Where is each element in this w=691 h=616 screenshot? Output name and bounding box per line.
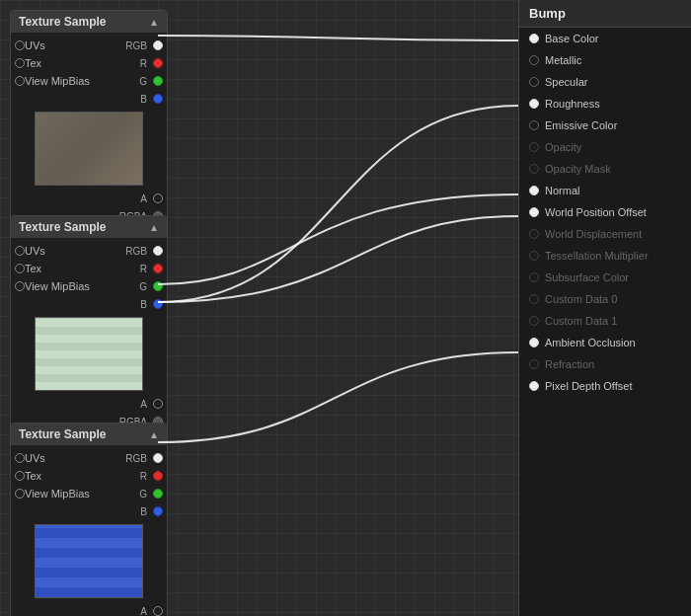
node-2-g-label: G [139,281,147,292]
texture-sample-node-2[interactable]: Texture Sample ▲ UVs RGB Tex R View MipB… [10,215,168,435]
tessellation-label: Tessellation Multiplier [545,250,649,262]
node-2-row-mipbias: View MipBias G [11,277,167,295]
panel-item-custom-data-1[interactable]: Custom Data 1 [519,310,691,332]
node-3-uvs-pin-in[interactable] [15,453,25,463]
node-3-a-pin-out[interactable] [153,606,163,616]
node-2-preview [35,317,143,391]
node-2-header: Texture Sample ▲ [11,216,167,238]
node-3-rgb-pin-out[interactable] [153,453,163,463]
node-2-a-label: A [140,399,147,410]
node-2-row-b: B [11,295,167,313]
node-2-rgb-pin-out[interactable] [153,246,163,256]
texture-sample-node-3[interactable]: Texture Sample ▲ UVs RGB Tex R View MipB… [10,423,168,616]
panel-item-refraction[interactable]: Refraction [519,353,691,375]
node-3-row-mipbias: View MipBias G [11,485,167,502]
panel-item-opacity-mask[interactable]: Opacity Mask [519,158,691,180]
node-2-arrow: ▲ [149,222,159,233]
node-1-mip-label: View MipBias [25,75,139,87]
texture-sample-node-1[interactable]: Texture Sample ▲ UVs RGB Tex R View MipB… [10,10,168,230]
panel-item-base-color[interactable]: Base Color [519,28,691,49]
node-3-header: Texture Sample ▲ [11,424,167,445]
subsurface-pin [529,272,539,282]
emissive-label: Emissive Color [545,119,617,131]
node-2-uvs-pin-in[interactable] [15,246,25,256]
node-3-preview [35,524,143,598]
node-2-r-pin-out[interactable] [153,264,163,273]
panel-item-opacity[interactable]: Opacity [519,136,691,158]
node-3-row-a: A [11,602,167,616]
node-3-r-pin-out[interactable] [153,471,163,481]
metallic-pin [529,55,539,65]
panel-item-tessellation[interactable]: Tessellation Multiplier [519,245,691,267]
panel-item-normal[interactable]: Normal [519,180,691,201]
node-2-mip-label: View MipBias [25,280,139,292]
node-3-g-pin-out[interactable] [153,489,163,499]
node-1-header: Texture Sample ▲ [11,11,167,33]
node-1-g-pin-out[interactable] [153,76,163,86]
node-1-mip-pin-in[interactable] [15,76,25,86]
node-1-uvs-pin-in[interactable] [15,40,25,50]
world-displacement-label: World Displacement [545,228,642,240]
right-panel: Bump Base Color Metallic Specular Roughn… [518,0,691,616]
node-3-a-label: A [140,606,147,617]
node-2-g-pin-out[interactable] [153,281,163,291]
custom-data-0-pin [529,294,539,304]
node-1-r-pin-out[interactable] [153,58,163,68]
panel-item-subsurface[interactable]: Subsurface Color [519,267,691,288]
refraction-pin [529,359,539,369]
base-color-pin [529,34,539,43]
node-3-mip-pin-in[interactable] [15,489,25,499]
metallic-label: Metallic [545,54,581,66]
opacity-mask-label: Opacity Mask [545,163,611,175]
roughness-label: Roughness [545,98,600,110]
pixel-depth-pin [529,381,539,391]
node-1-rgb-label: RGB [125,40,147,51]
node-2-rgb-label: RGB [125,246,147,257]
panel-item-specular[interactable]: Specular [519,71,691,93]
world-position-pin [529,207,539,217]
opacity-pin [529,142,539,152]
node-3-row-uvs: UVs RGB [11,449,167,467]
node-1-rgb-pin-out[interactable] [153,40,163,50]
node-1-row-b: B [11,90,167,108]
ambient-occlusion-pin [529,338,539,347]
pixel-depth-label: Pixel Depth Offset [545,380,632,392]
panel-item-emissive[interactable]: Emissive Color [519,115,691,136]
panel-item-roughness[interactable]: Roughness [519,93,691,115]
node-3-b-pin-out[interactable] [153,506,163,516]
node-1-tex-label: Tex [25,57,140,69]
node-1-a-pin-out[interactable] [153,193,163,203]
node-1-row-mipmias: View MipBias G [11,72,167,90]
panel-item-world-position-offset[interactable]: World Position Offset [519,201,691,223]
node-3-tex-pin-in[interactable] [15,471,25,481]
opacity-mask-pin [529,164,539,174]
node-2-row-uvs: UVs RGB [11,242,167,260]
node-2-tex-pin-in[interactable] [15,264,25,273]
emissive-pin [529,120,539,130]
ambient-occlusion-label: Ambient Occlusion [545,337,636,348]
custom-data-0-label: Custom Data 0 [545,293,617,305]
opacity-label: Opacity [545,141,581,153]
panel-item-world-displacement[interactable]: World Displacement [519,223,691,245]
node-1-a-label: A [140,193,147,204]
node-2-mip-pin-in[interactable] [15,281,25,291]
node-2-a-pin-out[interactable] [153,399,163,409]
specular-pin [529,77,539,87]
panel-item-metallic[interactable]: Metallic [519,49,691,71]
node-1-body: UVs RGB Tex R View MipBias G B A [11,33,167,229]
node-2-uvs-label: UVs [25,245,125,257]
node-1-g-label: G [139,76,147,87]
panel-item-ambient-occlusion[interactable]: Ambient Occlusion [519,332,691,353]
node-1-preview [35,112,143,186]
node-2-b-pin-out[interactable] [153,299,163,309]
node-3-arrow: ▲ [149,429,159,440]
panel-item-pixel-depth-offset[interactable]: Pixel Depth Offset [519,375,691,397]
node-1-title: Texture Sample [19,15,106,29]
node-3-title: Texture Sample [19,427,106,441]
node-1-b-pin-out[interactable] [153,94,163,104]
node-3-uvs-label: UVs [25,452,125,464]
panel-item-custom-data-0[interactable]: Custom Data 0 [519,288,691,310]
node-3-mip-label: View MipBias [25,488,139,500]
node-1-tex-pin-in[interactable] [15,58,25,68]
node-1-arrow: ▲ [149,17,159,28]
